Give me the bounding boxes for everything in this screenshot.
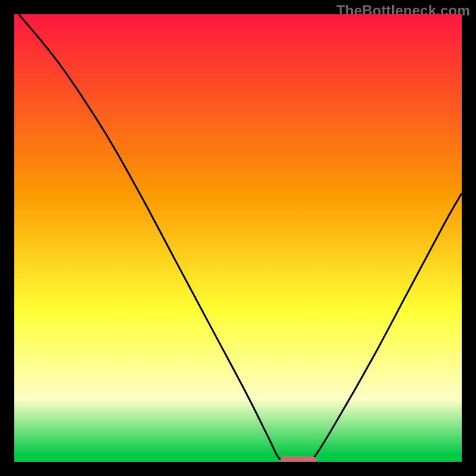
gradient-background bbox=[14, 14, 462, 462]
plot-area bbox=[14, 14, 462, 462]
chart-stage: TheBottleneck.com bbox=[0, 0, 476, 476]
optimal-range-marker bbox=[280, 456, 316, 462]
bottleneck-chart bbox=[14, 14, 462, 462]
